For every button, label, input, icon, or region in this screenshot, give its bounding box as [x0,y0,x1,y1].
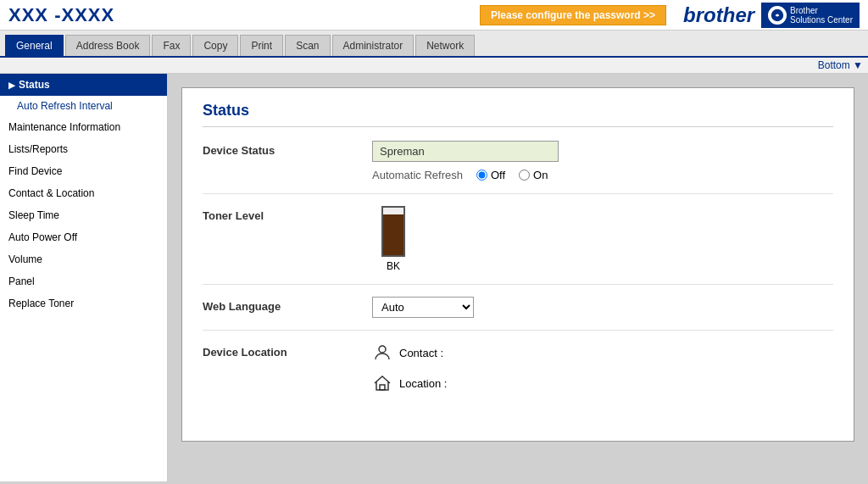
brother-logo: brother [683,3,754,27]
tab-administrator[interactable]: Administrator [332,35,415,56]
web-language-label: Web Language [203,297,372,313]
svg-point-1 [379,346,386,353]
refresh-on-radio[interactable] [519,170,530,181]
device-model: XXX -XXXX [8,4,480,26]
sidebar-item-label-auto-power-off: Auto Power Off [8,231,77,243]
sidebar-item-auto-refresh[interactable]: Auto Refresh Interval [0,96,167,116]
sidebar-item-label-contact-location: Contact & Location [8,187,94,199]
toner-label-bk: BK [387,260,400,272]
sidebar-item-auto-power-off[interactable]: Auto Power Off [0,226,167,248]
automatic-refresh-row: Automatic Refresh Off On [372,169,833,181]
location-house-icon [372,373,392,393]
sidebar-item-status[interactable]: Status [0,74,167,96]
toner-level-row: Toner Level BK [203,206,833,285]
refresh-on-text: On [533,169,548,181]
contact-label: Contact : [399,347,443,359]
refresh-off-radio[interactable] [476,170,487,181]
sidebar-item-find-device[interactable]: Find Device [0,160,167,182]
tab-fax[interactable]: Fax [152,35,191,56]
device-location-label: Device Location [203,342,372,359]
sidebar-item-panel[interactable]: Panel [0,270,167,292]
web-language-value: Auto English French German Spanish [372,297,833,318]
device-status-value: Automatic Refresh Off On [372,141,833,181]
tab-general[interactable]: General [5,35,64,56]
toner-bar-bk: BK [372,206,415,272]
svg-rect-2 [380,385,385,390]
sidebar-item-label-maintenance: Maintenance Information [8,121,120,133]
contact-row: Contact : [372,342,833,363]
web-language-row: Web Language Auto English French German … [203,297,833,331]
location-label: Location : [399,377,447,390]
toner-bar-fill-bk [383,214,403,255]
tab-copy[interactable]: Copy [192,35,238,56]
sidebar-item-contact-location[interactable]: Contact & Location [0,182,167,204]
device-location-value: Contact : Location : [372,342,833,403]
sidebar-item-label-find-device: Find Device [8,165,62,177]
toner-level-label: Toner Level [203,206,372,222]
device-status-row: Device Status Automatic Refresh Off On [203,141,833,194]
automatic-refresh-label: Automatic Refresh [372,169,463,181]
tab-scan[interactable]: Scan [285,35,330,56]
bottom-bar: Bottom ▼ [0,58,868,74]
tab-network[interactable]: Network [415,35,475,56]
content-box: Status Device Status Automatic Refresh O… [181,87,854,442]
sidebar-item-status-label: Status [19,79,50,91]
configure-password-button[interactable]: Please configure the password >> [480,5,666,25]
device-status-label: Device Status [203,141,372,157]
toner-bars: BK [372,206,833,272]
sidebar-item-label-panel: Panel [8,275,35,287]
sidebar-item-lists-reports[interactable]: Lists/Reports [0,138,167,160]
bottom-button[interactable]: Bottom ▼ [818,59,863,71]
sidebar-item-volume[interactable]: Volume [0,248,167,270]
sidebar-item-label-sleep-time: Sleep Time [8,209,59,221]
tab-print[interactable]: Print [240,35,283,56]
contact-icon [372,342,392,363]
refresh-off-label[interactable]: Off [476,169,505,181]
content-area: Status Device Status Automatic Refresh O… [168,74,868,481]
sidebar-item-maintenance[interactable]: Maintenance Information [0,116,167,138]
toner-bar-bg-bk [381,206,405,257]
sidebar-item-replace-toner[interactable]: Replace Toner [0,292,167,314]
header: XXX -XXXX Please configure the password … [0,0,868,31]
location-row: Location : [372,373,833,393]
sidebar-item-sleep-time[interactable]: Sleep Time [0,204,167,226]
web-language-select[interactable]: Auto English French German Spanish [372,297,474,318]
refresh-on-label[interactable]: On [519,169,548,181]
sidebar-item-label-lists-reports: Lists/Reports [8,143,68,155]
main-layout: Status Auto Refresh Interval Maintenance… [0,74,868,481]
solutions-center-label: Brother Solutions Center [790,6,853,25]
refresh-off-text: Off [491,169,505,181]
toner-level-value: BK [372,206,833,272]
sidebar-item-label-replace-toner: Replace Toner [8,298,74,309]
tab-address-book[interactable]: Address Book [65,35,151,56]
device-status-input[interactable] [372,141,559,162]
tab-bar: General Address Book Fax Copy Print Scan… [0,31,868,58]
sidebar-item-label-volume: Volume [8,253,42,265]
sidebar-sub-label-auto-refresh: Auto Refresh Interval [17,100,113,112]
device-location-row: Device Location Contact : [203,342,833,415]
sidebar: Status Auto Refresh Interval Maintenance… [0,74,168,481]
solutions-center-button[interactable]: Brother Solutions Center [761,3,860,28]
content-title: Status [203,102,833,127]
solutions-center-icon [768,6,787,25]
